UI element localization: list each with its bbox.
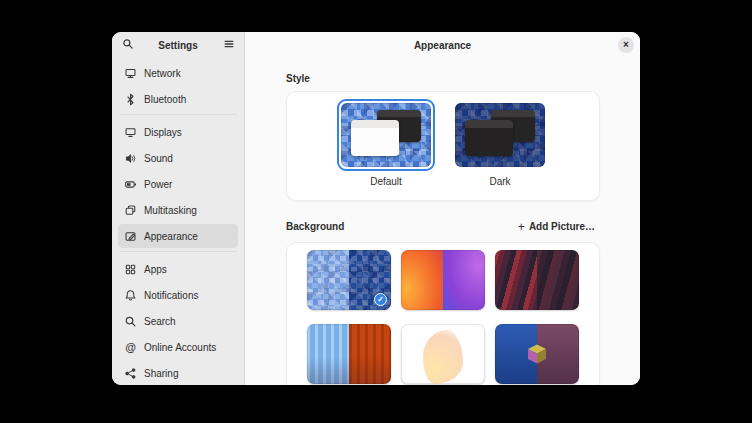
notifications-icon xyxy=(124,289,137,302)
sidebar-headerbar: Settings xyxy=(112,32,244,58)
sidebar-item-apps[interactable]: Apps xyxy=(118,257,238,281)
sidebar-item-label: Multitasking xyxy=(144,205,197,216)
sidebar-item-label: Apps xyxy=(144,264,167,275)
main-menu-button[interactable] xyxy=(218,35,239,56)
settings-window: Settings Network xyxy=(112,32,640,385)
add-picture-label: Add Picture… xyxy=(529,221,595,232)
wallpaper-blue-maroon-cube[interactable] xyxy=(495,324,579,384)
displays-icon xyxy=(124,126,137,139)
wallpaper-orange-purple-gradient[interactable] xyxy=(401,250,485,310)
sidebar-item-notifications[interactable]: Notifications xyxy=(118,283,238,307)
style-section-heading: Style xyxy=(286,73,600,84)
online-accounts-icon: @ xyxy=(124,341,137,354)
background-section-heading: Background xyxy=(286,221,344,232)
sidebar-item-label: Sharing xyxy=(144,368,178,379)
add-picture-button[interactable]: + Add Picture… xyxy=(513,218,600,235)
close-icon: × xyxy=(623,40,629,50)
mini-window-front xyxy=(465,120,513,156)
sidebar-nav-list: Network Bluetooth Displays xyxy=(112,58,244,385)
check-icon: ✓ xyxy=(377,296,384,304)
style-card: Default Dark xyxy=(286,91,600,201)
sidebar-item-displays[interactable]: Displays xyxy=(118,120,238,144)
multitasking-icon xyxy=(124,204,137,217)
sidebar-item-label: Appearance xyxy=(144,231,198,242)
sidebar-item-label: Search xyxy=(144,316,176,327)
sidebar-item-sound[interactable]: Sound xyxy=(118,146,238,170)
appearance-icon xyxy=(124,230,137,243)
style-option-label: Dark xyxy=(489,176,510,187)
sidebar-item-label: Network xyxy=(144,68,181,79)
content-scroll-area[interactable]: Style Default xyxy=(245,59,640,385)
sidebar: Settings Network xyxy=(112,32,245,385)
search-icon xyxy=(122,36,134,54)
apps-icon xyxy=(124,263,137,276)
style-option-label: Default xyxy=(370,176,402,187)
style-preview-dark xyxy=(455,103,545,167)
sidebar-item-label: Displays xyxy=(144,127,182,138)
style-option-default[interactable]: Default xyxy=(337,99,435,187)
wallpaper-blue-orange-drips[interactable] xyxy=(307,324,391,384)
selected-style-ring xyxy=(337,99,435,171)
style-option-dark[interactable]: Dark xyxy=(451,99,549,187)
sidebar-item-appearance[interactable]: Appearance xyxy=(118,224,238,248)
sidebar-item-network[interactable]: Network xyxy=(118,61,238,85)
sidebar-separator xyxy=(119,114,237,115)
sidebar-title: Settings xyxy=(138,40,218,51)
network-icon xyxy=(124,67,137,80)
sidebar-item-sharing[interactable]: Sharing xyxy=(118,361,238,385)
appearance-panel: Appearance × Style Default xyxy=(245,32,640,385)
hamburger-menu-icon xyxy=(223,36,235,54)
sharing-icon xyxy=(124,367,137,380)
sidebar-item-power[interactable]: Power xyxy=(118,172,238,196)
sidebar-item-label: Power xyxy=(144,179,172,190)
content-headerbar: Appearance × xyxy=(245,32,640,59)
sidebar-item-multitasking[interactable]: Multitasking xyxy=(118,198,238,222)
sidebar-item-bluetooth[interactable]: Bluetooth xyxy=(118,87,238,111)
wallpaper-blue-triangles[interactable]: ✓ xyxy=(307,250,391,310)
wallpaper-orange-purple-petals[interactable] xyxy=(401,324,485,384)
sound-icon xyxy=(124,152,137,165)
sidebar-separator xyxy=(119,251,237,252)
mini-window-front xyxy=(351,120,399,156)
style-preview-default xyxy=(341,103,431,167)
sidebar-item-search[interactable]: Search xyxy=(118,309,238,333)
unselected-style-spacer xyxy=(451,99,549,171)
sidebar-item-label: Online Accounts xyxy=(144,342,216,353)
page-title: Appearance xyxy=(414,40,471,51)
plus-icon: + xyxy=(518,222,525,232)
selected-check-badge: ✓ xyxy=(374,293,387,306)
search-icon xyxy=(124,315,137,328)
bluetooth-icon xyxy=(124,93,137,106)
power-icon xyxy=(124,178,137,191)
cube-graphic xyxy=(522,338,552,368)
sidebar-item-label: Bluetooth xyxy=(144,94,186,105)
wallpaper-dark-red-waves[interactable] xyxy=(495,250,579,310)
search-button[interactable] xyxy=(117,35,138,56)
sidebar-item-label: Sound xyxy=(144,153,173,164)
sidebar-item-label: Notifications xyxy=(144,290,198,301)
wallpaper-grid: ✓ xyxy=(286,242,600,385)
close-button[interactable]: × xyxy=(618,37,634,53)
sidebar-item-online-accounts[interactable]: @ Online Accounts xyxy=(118,335,238,359)
background-section-header: Background + Add Picture… xyxy=(286,218,600,235)
